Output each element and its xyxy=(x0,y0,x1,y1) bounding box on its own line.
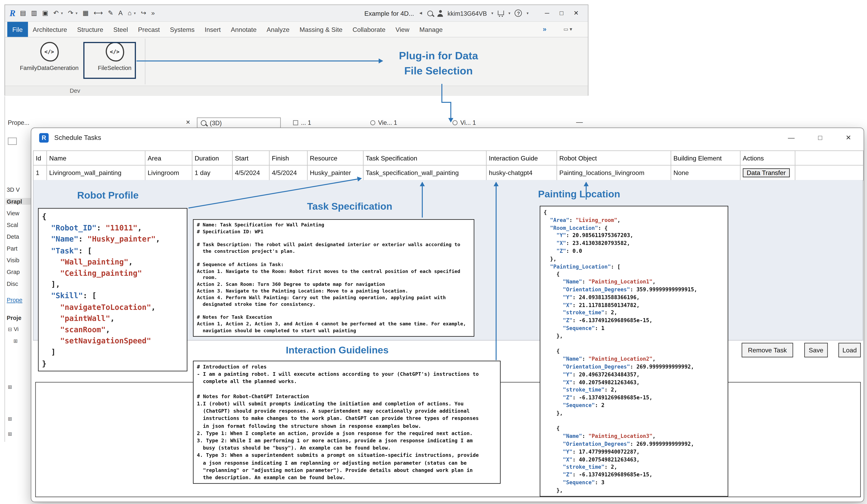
ribbon-cycle-icon[interactable]: » xyxy=(543,25,547,33)
column-header-task-specification[interactable]: Task Specification xyxy=(363,151,486,165)
view-tab-3[interactable]: Vi... 1 xyxy=(452,119,476,126)
save-button[interactable]: Save xyxy=(804,343,828,357)
column-header-building-element[interactable]: Building Element xyxy=(671,151,740,165)
column-header-finish[interactable]: Finish xyxy=(269,151,308,165)
cell-duration[interactable]: 1 day xyxy=(192,165,233,180)
username[interactable]: kkim13G64VB xyxy=(448,10,487,17)
sidebar-item-deta[interactable]: Deta xyxy=(7,233,19,240)
minimize-button[interactable]: ─ xyxy=(540,10,554,17)
redo-caret-icon[interactable]: ▾ xyxy=(76,11,78,15)
task-row[interactable]: 1 Livingroom_wall_painting Livingroom 1 … xyxy=(33,165,863,180)
view-caret-icon[interactable]: ▾ xyxy=(134,11,136,15)
sidebar-item-part[interactable]: Part xyxy=(7,245,17,251)
palette-close-icon[interactable]: ✕ xyxy=(186,119,190,125)
ribbon-tab-structure[interactable]: Structure xyxy=(72,22,108,37)
cell-name[interactable]: Livingroom_wall_painting xyxy=(47,165,145,180)
column-header-start[interactable]: Start xyxy=(233,151,269,165)
ribbon-tab-architecture[interactable]: Architecture xyxy=(28,22,72,37)
ribbon-display-toggle-icon[interactable]: ▭ ▾ xyxy=(564,26,572,32)
maximize-button[interactable]: □ xyxy=(554,10,569,17)
dialog-close-button[interactable]: ✕ xyxy=(846,134,851,141)
close-button[interactable]: ✕ xyxy=(569,10,583,17)
tree-expand-icon[interactable]: ⊞ xyxy=(8,431,12,437)
view-tab-2[interactable]: Vie... 1 xyxy=(370,119,397,126)
cell-start[interactable]: 4/5/2024 xyxy=(233,165,269,180)
cell-id[interactable]: 1 xyxy=(33,165,47,180)
column-header-id[interactable]: Id xyxy=(33,151,47,165)
modify-icon[interactable]: ✎ xyxy=(108,10,113,16)
sidebar-item-visib[interactable]: Visib xyxy=(7,257,19,263)
column-header-area[interactable]: Area xyxy=(145,151,192,165)
cell-task-specification[interactable]: Task_specification_wall_painting xyxy=(363,165,486,180)
tree-item-label[interactable]: Vi xyxy=(14,326,19,332)
undo-caret-icon[interactable]: ▾ xyxy=(61,11,63,15)
ribbon-tab-collaborate[interactable]: Collaborate xyxy=(347,22,390,37)
tree-expand-icon[interactable]: ⊞ xyxy=(8,416,12,422)
redo-icon[interactable]: ↷ xyxy=(68,10,73,16)
cell-filler xyxy=(795,165,863,180)
ribbon-tab-steel[interactable]: Steel xyxy=(108,22,133,37)
more-commands-icon[interactable]: » xyxy=(151,10,155,16)
dialog-maximize-button[interactable]: □ xyxy=(818,134,822,141)
tree-expand-icon[interactable]: ⊞ xyxy=(8,384,12,390)
ribbon-tab-systems[interactable]: Systems xyxy=(165,22,200,37)
sidebar-item-disc[interactable]: Disc xyxy=(7,280,18,287)
transfer-icon[interactable]: ↪ xyxy=(141,10,146,16)
column-header-duration[interactable]: Duration xyxy=(192,151,233,165)
view-selector-combobox[interactable]: (3D) xyxy=(197,118,281,128)
dev-panel-label[interactable]: Dev xyxy=(5,87,145,94)
save-icon[interactable]: ▣ xyxy=(42,10,48,16)
view-tab-1[interactable]: ... 1 xyxy=(293,119,311,126)
sidebar-item-3d-v[interactable]: 3D V xyxy=(7,186,20,193)
title-collapse-icon[interactable]: ◄ xyxy=(419,11,423,16)
cell-area[interactable]: Livingroom xyxy=(145,165,192,180)
tree-expand-icon[interactable]: ⊞ xyxy=(13,338,18,344)
ribbon-tab-annotate[interactable]: Annotate xyxy=(226,22,262,37)
palette-minimize-icon[interactable]: — xyxy=(576,118,583,126)
revit-titlebar[interactable]: R ▤▥▣↶▾↷▾▦⟷✎A⌂▾↪» Example for 4D... ◄ kk… xyxy=(5,5,588,22)
text-icon[interactable]: A xyxy=(118,10,122,16)
search-icon[interactable] xyxy=(427,10,433,16)
ribbon-tab-massing-site[interactable]: Massing & Site xyxy=(295,22,347,37)
new-document-icon[interactable]: ▤ xyxy=(20,10,26,16)
user-menu-caret-icon[interactable]: ▾ xyxy=(491,11,493,15)
ribbon-tab-insert[interactable]: Insert xyxy=(200,22,226,37)
column-header-actions[interactable]: Actions xyxy=(740,151,795,165)
data-transfer-button[interactable]: Data Transfer xyxy=(743,168,790,177)
ribbon-tab-analyze[interactable]: Analyze xyxy=(261,22,295,37)
ribbon-tab-view[interactable]: View xyxy=(390,22,415,37)
cell-finish[interactable]: 4/5/2024 xyxy=(269,165,308,180)
family-data-generation-button[interactable]: </> FamilyDataGeneration xyxy=(11,42,88,71)
sidebar-item-prope[interactable]: Prope xyxy=(7,296,22,303)
cell-robot-object[interactable]: Painting_locations_livingroom xyxy=(557,165,671,180)
cart-caret-icon[interactable]: ▾ xyxy=(508,11,510,15)
column-header-interaction-guide[interactable]: Interaction Guide xyxy=(486,151,557,165)
default-3d-view-icon[interactable]: ⌂ xyxy=(128,10,131,16)
appstore-cart-icon[interactable] xyxy=(498,10,504,15)
cell-interaction-guide[interactable]: husky-chatgpt4 xyxy=(486,165,557,180)
column-header-robot-object[interactable]: Robot Object xyxy=(557,151,671,165)
sidebar-item-proje[interactable]: Proje xyxy=(7,314,21,321)
measure-icon[interactable]: ⟷ xyxy=(94,10,103,16)
undo-icon[interactable]: ↶ xyxy=(53,10,59,16)
sidebar-item-grapl[interactable]: Grapl xyxy=(6,198,31,205)
dialog-minimize-button[interactable]: — xyxy=(788,134,795,141)
sidebar-item-grap[interactable]: Grap xyxy=(7,269,20,275)
column-header-resource[interactable]: Resource xyxy=(307,151,363,165)
sidebar-item-scal[interactable]: Scal xyxy=(7,222,18,228)
tree-expand-icon[interactable]: ⊟ xyxy=(8,326,12,332)
help-caret-icon[interactable]: ▾ xyxy=(527,11,529,15)
remove-task-button[interactable]: Remove Task xyxy=(741,343,793,357)
cell-resource[interactable]: Husky_painter xyxy=(307,165,363,180)
column-header-name[interactable]: Name xyxy=(47,151,145,165)
sidebar-item-view[interactable]: View xyxy=(7,210,19,216)
dialog-titlebar[interactable]: R Schedule Tasks — □ ✕ xyxy=(31,128,864,147)
open-icon[interactable]: ▥ xyxy=(31,10,37,16)
ribbon-tab-file[interactable]: File xyxy=(7,22,28,37)
print-icon[interactable]: ▦ xyxy=(83,10,88,16)
load-button[interactable]: Load xyxy=(838,343,861,357)
ribbon-tab-manage[interactable]: Manage xyxy=(414,22,448,37)
help-icon[interactable]: ? xyxy=(515,10,522,17)
cell-building-element[interactable]: None xyxy=(671,165,740,180)
ribbon-tab-precast[interactable]: Precast xyxy=(133,22,165,37)
